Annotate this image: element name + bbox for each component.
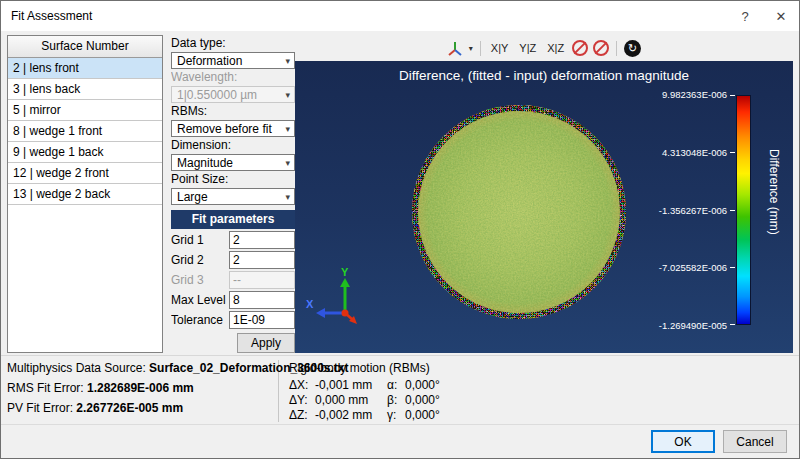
rbm-beta-value: 0,000° bbox=[405, 393, 457, 407]
surface-row-wedge2-front[interactable]: 12 | wedge 2 front bbox=[8, 163, 162, 184]
tolerance-input[interactable] bbox=[229, 311, 295, 329]
rbm-dy-value: 0,000 mm bbox=[315, 393, 387, 407]
rbm-dx-label: ΔX: bbox=[289, 378, 315, 392]
rbm-dx-value: -0,001 mm bbox=[315, 378, 387, 392]
grid3-input bbox=[229, 271, 295, 289]
deformation-point-cloud bbox=[410, 103, 628, 321]
surface-row-wedge2-back[interactable]: 13 | wedge 2 back bbox=[8, 184, 162, 205]
orientation-dropdown-icon[interactable]: ▾ bbox=[469, 44, 473, 53]
apply-button[interactable]: Apply bbox=[237, 333, 295, 353]
y-axis-label: Y bbox=[341, 266, 349, 278]
data-source-label: Multiphysics Data Source: bbox=[7, 361, 146, 375]
plot-canvas[interactable]: Difference, (fitted - input) deformation… bbox=[295, 61, 793, 353]
dimension-label: Dimension: bbox=[171, 139, 295, 152]
colorbar-tick-label: -7.025582E-006 bbox=[659, 262, 727, 273]
plot-title: Difference, (fitted - input) deformation… bbox=[295, 68, 793, 83]
disable-rotate-icon[interactable] bbox=[572, 40, 588, 56]
dimension-value: Magnitude bbox=[177, 156, 233, 170]
chevron-down-icon: ▾ bbox=[285, 158, 290, 168]
main-area: Surface Number 2 | lens front 3 | lens b… bbox=[1, 31, 799, 355]
pv-fit-error-value: 2.267726E-005 mm bbox=[76, 401, 183, 415]
chevron-down-icon: ▾ bbox=[285, 90, 290, 100]
rbm-dy-label: ΔY: bbox=[289, 393, 315, 407]
rbms-select[interactable]: Remove before fit ▾ bbox=[171, 120, 295, 137]
colorbar-ticks bbox=[730, 95, 735, 325]
data-type-select[interactable]: Deformation ▾ bbox=[171, 52, 295, 69]
dimension-select[interactable]: Magnitude ▾ bbox=[171, 154, 295, 171]
wavelength-label: Wavelength: bbox=[171, 71, 295, 84]
data-type-label: Data type: bbox=[171, 37, 295, 50]
rbm-gamma-label: γ: bbox=[387, 408, 405, 422]
close-button[interactable]: ✕ bbox=[763, 1, 799, 31]
surface-table: Surface Number 2 | lens front 3 | lens b… bbox=[7, 35, 163, 353]
rbm-dz-value: -0,002 mm bbox=[315, 408, 387, 422]
chevron-down-icon: ▾ bbox=[285, 124, 290, 134]
cancel-button[interactable]: Cancel bbox=[723, 430, 787, 453]
viewer-panel: ▾ X|Y Y|Z X|Z ↻ Difference, (fitted - in… bbox=[295, 35, 793, 353]
rbm-alpha-value: 0,000° bbox=[405, 378, 457, 392]
chevron-down-icon: ▾ bbox=[285, 192, 290, 202]
tolerance-label: Tolerance bbox=[171, 313, 229, 327]
colorbar bbox=[736, 95, 751, 325]
rbms-label: RBMs: bbox=[171, 105, 295, 118]
grid3-label: Grid 3 bbox=[171, 273, 229, 287]
x-axis-label: X bbox=[306, 298, 314, 310]
view-orientation-icon[interactable] bbox=[447, 41, 464, 56]
help-button[interactable]: ? bbox=[727, 1, 763, 31]
rbms-value: Remove before fit bbox=[177, 122, 272, 136]
colorbar-tick-label: 9.982363E-006 bbox=[662, 89, 727, 100]
surface-row-wedge1-back[interactable]: 9 | wedge 1 back bbox=[8, 142, 162, 163]
point-size-value: Large bbox=[177, 190, 208, 204]
rbm-beta-label: β: bbox=[387, 393, 405, 407]
rbm-dz-label: ΔZ: bbox=[289, 408, 315, 422]
surface-row-lens-back[interactable]: 3 | lens back bbox=[8, 79, 162, 100]
wavelength-value: 1|0.550000 µm bbox=[177, 88, 257, 102]
colorbar-tick-label: 4.313048E-006 bbox=[662, 147, 727, 158]
colorbar-tick-label: -1.356267E-006 bbox=[659, 205, 727, 216]
wavelength-select: 1|0.550000 µm ▾ bbox=[171, 86, 295, 103]
grid1-label: Grid 1 bbox=[171, 233, 229, 247]
view-xz-button[interactable]: X|Z bbox=[544, 41, 567, 55]
rbm-summary: Rigid-body motion (RBMs) ΔX: -0,001 mm α… bbox=[279, 360, 457, 422]
colorbar-tick-label: -1.269490E-005 bbox=[659, 320, 727, 331]
colorbar-axis-label: Difference (mm) bbox=[767, 149, 781, 235]
surface-table-header: Surface Number bbox=[8, 36, 162, 58]
surface-row-lens-front[interactable]: 2 | lens front bbox=[8, 58, 162, 79]
point-size-select[interactable]: Large ▾ bbox=[171, 188, 295, 205]
tolerance-row: Tolerance bbox=[171, 311, 295, 329]
grid2-input[interactable] bbox=[229, 251, 295, 269]
dialog-footer: OK Cancel bbox=[1, 424, 799, 458]
status-bar: Multiphysics Data Source: Surface_02_Def… bbox=[1, 355, 799, 424]
max-level-label: Max Level bbox=[171, 293, 229, 307]
grid1-input[interactable] bbox=[229, 231, 295, 249]
rms-fit-error-value: 1.282689E-006 mm bbox=[87, 381, 194, 395]
rms-fit-error-label: RMS Fit Error: bbox=[7, 381, 84, 395]
toolbar-separator bbox=[480, 41, 481, 56]
reset-view-icon[interactable]: ↻ bbox=[624, 40, 641, 57]
view-xy-button[interactable]: X|Y bbox=[488, 41, 512, 55]
grid2-label: Grid 2 bbox=[171, 253, 229, 267]
max-level-row: Max Level bbox=[171, 291, 295, 309]
fit-parameters-header: Fit parameters bbox=[171, 210, 295, 229]
rbm-alpha-label: α: bbox=[387, 378, 405, 392]
window-title: Fit Assessment bbox=[1, 9, 727, 23]
surface-row-mirror[interactable]: 5 | mirror bbox=[8, 100, 162, 121]
colorbar-labels: 9.982363E-006 4.313048E-006 -1.356267E-0… bbox=[659, 89, 727, 331]
ok-button[interactable]: OK bbox=[651, 430, 715, 453]
controls-panel: Data type: Deformation ▾ Wavelength: 1|0… bbox=[171, 35, 295, 353]
disable-pan-icon[interactable] bbox=[593, 40, 609, 56]
data-type-value: Deformation bbox=[177, 54, 242, 68]
chevron-down-icon: ▾ bbox=[285, 56, 290, 66]
surface-row-wedge1-front[interactable]: 8 | wedge 1 front bbox=[8, 121, 162, 142]
point-size-label: Point Size: bbox=[171, 173, 295, 186]
grid1-row: Grid 1 bbox=[171, 231, 295, 249]
toolbar-separator bbox=[616, 41, 617, 56]
view-yz-button[interactable]: Y|Z bbox=[516, 41, 539, 55]
fit-assessment-dialog: Fit Assessment ? ✕ Surface Number 2 | le… bbox=[0, 0, 800, 459]
titlebar: Fit Assessment ? ✕ bbox=[1, 1, 799, 31]
viewer-toolbar: ▾ X|Y Y|Z X|Z ↻ bbox=[295, 35, 793, 61]
max-level-input[interactable] bbox=[229, 291, 295, 309]
rbm-header: Rigid-body motion (RBMs) bbox=[289, 361, 457, 375]
pv-fit-error-label: PV Fit Error: bbox=[7, 401, 73, 415]
axis-triad: Y X bbox=[305, 265, 361, 325]
